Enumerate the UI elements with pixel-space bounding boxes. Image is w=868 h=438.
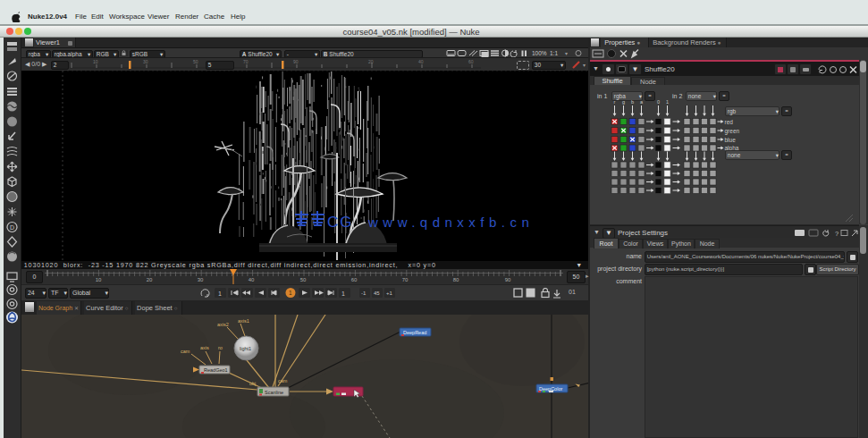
svg-text:obj: obj <box>249 381 256 386</box>
svg-text:20: 20 <box>147 277 153 282</box>
svg-text:0: 0 <box>657 99 660 105</box>
svg-text:axis1: axis1 <box>238 318 249 324</box>
svg-text:45: 45 <box>374 291 380 296</box>
svg-text:ReadGeo1: ReadGeo1 <box>204 367 228 373</box>
svg-text:90: 90 <box>293 59 299 64</box>
svg-text:1: 1 <box>341 291 345 297</box>
svg-text:axis2: axis2 <box>217 322 229 327</box>
svg-text:b: b <box>631 99 634 105</box>
svg-text:r: r <box>614 99 616 105</box>
svg-text:10: 10 <box>96 277 102 282</box>
svg-text:60: 60 <box>351 277 358 282</box>
svg-text:1:1: 1:1 <box>550 50 558 56</box>
svg-text:-1: -1 <box>361 291 367 296</box>
svg-text:1: 1 <box>218 291 222 297</box>
svg-text:60: 60 <box>468 59 474 64</box>
svg-text:1: 1 <box>289 290 292 296</box>
svg-text:10: 10 <box>93 59 98 64</box>
svg-text:?: ? <box>835 230 839 238</box>
svg-text:40: 40 <box>249 277 255 282</box>
svg-text:cam: cam <box>278 378 288 383</box>
svg-text:Scanline: Scanline <box>265 390 283 395</box>
svg-text:www.qdnxxfb.cn: www.qdnxxfb.cn <box>367 215 534 230</box>
svg-text:a: a <box>640 99 644 105</box>
svg-text:axis: axis <box>200 345 209 350</box>
svg-text:100%: 100% <box>532 50 547 56</box>
svg-text:red: red <box>725 119 734 125</box>
svg-text:CG: CG <box>327 214 354 231</box>
svg-text:▾: ▾ <box>565 51 568 56</box>
svg-text:20: 20 <box>368 59 374 64</box>
svg-text:green: green <box>725 128 740 135</box>
svg-text:▾: ▾ <box>583 63 586 68</box>
svg-text:80: 80 <box>453 277 459 282</box>
svg-text:40: 40 <box>418 59 424 64</box>
svg-text:D: D <box>10 224 14 231</box>
svg-text:30: 30 <box>143 59 148 64</box>
svg-text:70: 70 <box>243 59 249 64</box>
svg-text:light1: light1 <box>240 346 251 351</box>
svg-text:cam: cam <box>181 349 190 354</box>
svg-text:ro: ro <box>218 345 223 350</box>
svg-text:1: 1 <box>666 99 669 105</box>
svg-text:90: 90 <box>505 277 511 282</box>
svg-text:70: 70 <box>402 277 409 282</box>
svg-text:50: 50 <box>193 59 198 64</box>
svg-text:30: 30 <box>198 277 204 282</box>
svg-text:blue: blue <box>725 137 737 143</box>
svg-text:DeepRead: DeepRead <box>403 330 426 335</box>
svg-text:g: g <box>622 99 625 105</box>
svg-text:50: 50 <box>300 277 307 282</box>
svg-text:+1: +1 <box>386 291 393 296</box>
